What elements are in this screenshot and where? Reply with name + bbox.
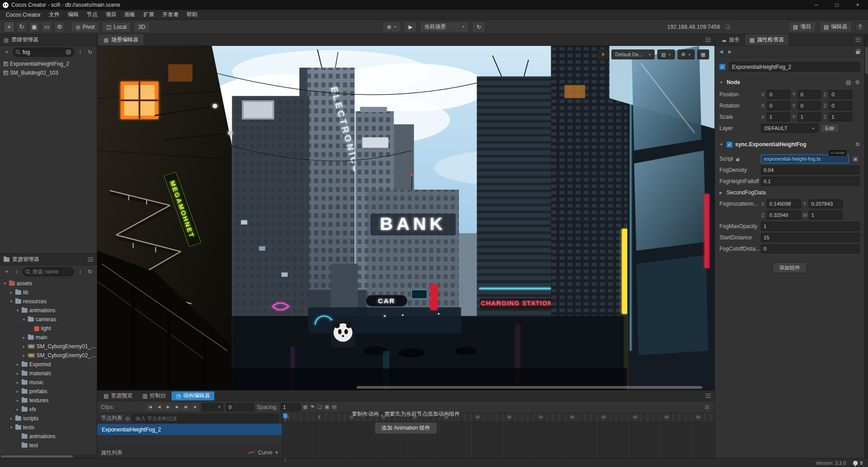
collapse-assets-icon[interactable]: ↕ — [76, 267, 84, 276]
asset-row[interactable]: ▸textures — [0, 396, 97, 405]
scale-tool-button[interactable]: ▣ — [29, 22, 40, 32]
assets-search-box[interactable] — [23, 267, 74, 276]
scene-viewport[interactable]: ELECTRONICS — [97, 46, 714, 390]
assets-search-input[interactable] — [32, 269, 71, 275]
scene-select-dropdown[interactable]: 当前场景▼ — [420, 22, 470, 32]
section-expand-icon[interactable]: ▼ — [719, 81, 724, 85]
component-enabled-checkbox[interactable] — [727, 142, 732, 148]
hierarchy-search-input[interactable] — [23, 49, 63, 55]
expand-arrow-icon[interactable]: ▸ — [15, 371, 20, 376]
expand-arrow-icon[interactable]: ▸ — [22, 335, 26, 340]
position-z-input[interactable] — [829, 90, 852, 99]
flag-icon[interactable]: ⚑ — [310, 404, 315, 410]
inscatter-y-input[interactable] — [809, 199, 843, 208]
gizmo-camera-dropdown[interactable]: Default De...▼ — [611, 49, 655, 59]
asset-row[interactable]: ▸FBXSM_CyborgEnemy02_ba — [0, 351, 97, 360]
asset-row[interactable]: test — [0, 441, 97, 450]
expand-arrow-icon[interactable]: ▾ — [9, 299, 14, 304]
hierarchy-item[interactable]: ExponentialHeightFog_2 — [0, 59, 97, 68]
tab-service[interactable]: ☁服务 — [717, 34, 744, 45]
scene-settings-dropdown[interactable]: ⚙▼ — [678, 49, 695, 59]
asset-row[interactable]: ▸music — [0, 378, 97, 387]
expand-arrow-icon[interactable]: ▾ — [15, 308, 20, 313]
clear-search-icon[interactable]: × — [66, 49, 71, 55]
assets-horizontal-scrollbar[interactable] — [0, 454, 97, 458]
menu-help[interactable]: 帮助 — [182, 10, 201, 19]
jump-start-button[interactable]: |◀ — [146, 403, 154, 411]
clip-dropdown[interactable]: ▼ — [202, 403, 223, 411]
expand-arrow-icon[interactable]: ▸ — [9, 416, 14, 421]
layer-dropdown[interactable]: DEFAULT▼ — [761, 124, 818, 133]
play-animation-button[interactable]: ▶ — [164, 403, 172, 411]
asset-row[interactable]: ▸lib — [0, 288, 97, 297]
expand-arrow-icon[interactable]: ▾ — [22, 317, 26, 322]
inscatter-z-input[interactable] — [767, 211, 801, 220]
asset-row[interactable]: animations — [0, 432, 97, 441]
notifications[interactable]: 9 — [853, 460, 863, 466]
copy-keyframe-icon[interactable]: ❏ — [317, 404, 322, 410]
play-button[interactable]: ▶ — [404, 22, 417, 32]
hierarchy-item[interactable]: SM_Building02_103 — [0, 68, 97, 77]
rotation-x-input[interactable] — [767, 101, 790, 110]
rect-tool-button[interactable]: ▭ — [41, 22, 52, 32]
expand-arrow-icon[interactable]: ▸ — [15, 407, 20, 412]
close-button[interactable]: × — [847, 0, 868, 10]
asset-row[interactable]: ▸scripts — [0, 414, 97, 423]
refresh-assets-icon[interactable]: ↻ — [86, 267, 94, 276]
inscatter-w-input[interactable] — [809, 211, 843, 220]
asset-row[interactable]: ▸main — [0, 333, 97, 342]
add-animation-component-button[interactable]: 添加 Animation 组件 — [375, 422, 437, 434]
tab-console[interactable]: ▥控制台 — [138, 391, 170, 400]
menu-extension[interactable]: 扩展 — [139, 10, 158, 19]
scale-y-input[interactable] — [798, 112, 821, 121]
current-frame-input[interactable] — [226, 403, 254, 411]
tab-asset-preview[interactable]: ▤资源预览 — [99, 391, 137, 400]
expand-arrow-icon[interactable]: ▸ — [22, 344, 26, 349]
position-x-input[interactable] — [767, 90, 790, 99]
inscatter-x-input[interactable] — [767, 199, 801, 208]
pivot-toggle-button[interactable]: ◎Pivot — [71, 22, 99, 32]
inspector-menu-icon[interactable] — [855, 38, 861, 42]
script-asset-field[interactable] — [761, 154, 849, 163]
rotation-y-input[interactable] — [798, 101, 821, 110]
layer-edit-button[interactable]: Edit — [820, 124, 839, 133]
node-name-input[interactable] — [729, 62, 860, 72]
asset-row[interactable]: ▾assets — [0, 279, 97, 288]
expand-arrow-icon[interactable]: ▸ — [15, 389, 20, 394]
asset-row[interactable]: ▸prefabs — [0, 387, 97, 396]
tab-scene-editor[interactable]: ▦ 场景编辑器 — [98, 34, 144, 45]
snapshot-icon[interactable]: ▣ — [325, 404, 329, 410]
section-expand-icon[interactable]: ▶ — [719, 191, 724, 195]
scene-menu-icon[interactable] — [705, 38, 711, 42]
assets-menu-icon[interactable] — [88, 257, 93, 261]
tab-inspector[interactable]: ▤属性检查器 — [745, 34, 788, 45]
expand-arrow-icon[interactable]: ▸ — [15, 380, 20, 385]
asset-row[interactable]: ▾animations — [0, 306, 97, 315]
file-icon[interactable]: ▤ — [846, 79, 851, 85]
fog-max-opacity-input[interactable] — [761, 222, 860, 231]
fog-density-input[interactable] — [761, 166, 860, 175]
scene-lighting-button[interactable]: ☀ — [597, 49, 609, 59]
rotate-tool-button[interactable]: ↻ — [16, 22, 27, 32]
expand-arrow-icon[interactable]: ▾ — [9, 425, 14, 430]
asset-row[interactable]: ▸vfx — [0, 405, 97, 414]
expand-arrow-icon[interactable]: ▸ — [22, 353, 26, 358]
copy-icon[interactable]: ❏ — [723, 22, 732, 31]
expand-arrow-icon[interactable]: ▸ — [9, 290, 14, 295]
gizmo-settings-button[interactable]: ⚙ — [54, 22, 65, 32]
asset-row[interactable]: ▾tests — [0, 423, 97, 432]
menu-developer[interactable]: 开发者 — [158, 10, 182, 19]
asset-row[interactable]: ▾resources — [0, 297, 97, 306]
expand-arrow-icon[interactable]: ▸ — [15, 362, 20, 367]
project-settings-button[interactable]: ▤项目 — [788, 22, 815, 32]
event-icon[interactable]: ▤ — [332, 404, 336, 410]
prev-frame-button[interactable]: ◀ — [155, 403, 163, 411]
asset-row[interactable]: ▾cameras — [0, 315, 97, 324]
node-active-checkbox[interactable] — [719, 64, 725, 70]
collapse-all-icon[interactable]: ↕ — [76, 48, 84, 57]
scrollbar-thumb[interactable] — [1, 455, 73, 458]
fog-height-falloff-input[interactable] — [761, 177, 860, 186]
lock-icon[interactable] — [856, 51, 860, 54]
add-asset-button[interactable]: + — [3, 267, 11, 276]
add-node-button[interactable]: + — [3, 48, 11, 57]
